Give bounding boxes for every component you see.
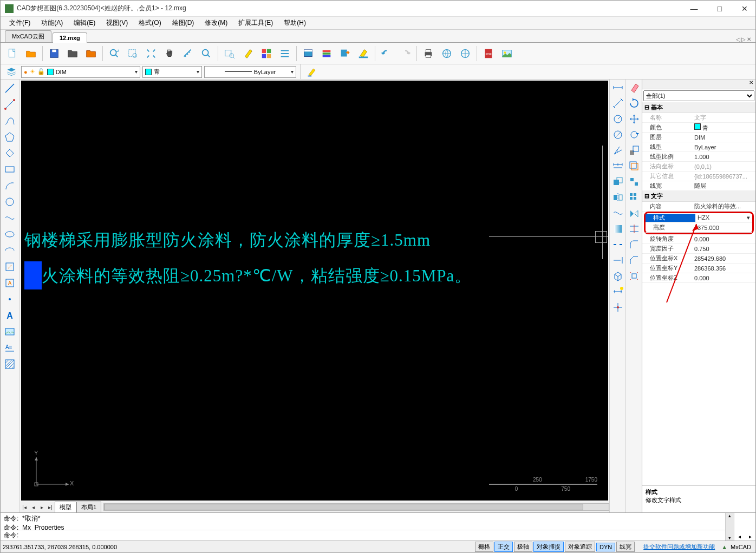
color-bar-button[interactable] [318,45,335,62]
list-button[interactable] [276,45,294,62]
grid-toggle[interactable]: 栅格 [475,542,493,552]
copy-tool[interactable] [611,175,625,189]
dim-diameter[interactable] [611,128,625,142]
pan-button[interactable] [161,45,178,62]
dim-continue[interactable] [611,159,625,173]
view-refresh-button[interactable] [106,45,123,62]
mirror2-tool[interactable] [627,206,641,220]
line-tool[interactable] [2,81,18,96]
menu-modify[interactable]: 修改(M) [200,17,232,29]
open-file-button[interactable] [22,45,40,62]
open-dwg-button[interactable] [82,45,100,62]
mirror-tool[interactable] [611,190,625,205]
menu-draw[interactable]: 绘图(D) [168,17,199,29]
explode-tool[interactable] [627,269,641,283]
color-combo[interactable]: 青 [142,66,202,78]
pdf-button[interactable]: PDF [480,45,497,62]
arc-tool[interactable] [2,178,18,193]
polyline-tool[interactable] [2,113,18,128]
web2-button[interactable] [457,45,474,62]
tab-first-icon[interactable]: |◂ [20,504,29,510]
chamfer-tool[interactable] [627,253,641,267]
text-tool[interactable]: A [2,308,18,323]
dim-style[interactable] [611,285,625,299]
selection-filter[interactable]: 全部(1) [643,90,754,101]
dim-angular[interactable] [611,143,625,157]
window-mode-button[interactable] [299,45,317,62]
drawing-canvas[interactable]: 钢楼梯采用膨胀型防火涂料，防火涂料的厚度≥1.5mm 防火涂料的等效热阻≥0.2… [21,81,608,501]
prop-ltscale[interactable]: 1.000 [692,154,755,160]
close-button[interactable]: ✕ [738,3,751,14]
ellipse-tool[interactable] [2,227,18,242]
minimize-button[interactable]: — [687,3,701,14]
group-text[interactable]: 文字 [642,191,755,202]
undo-button[interactable] [378,45,395,62]
paint-button[interactable] [355,45,372,62]
menu-view[interactable]: 视图(V) [102,17,132,29]
tab-next-icon[interactable]: ▷ [741,36,746,42]
dim-radius[interactable] [611,112,625,126]
web-button[interactable] [438,45,455,62]
prop-lweight[interactable]: 随层 [692,182,755,190]
cmd-nav-left[interactable]: ◂ [738,534,741,539]
tab-next-icon[interactable]: ▸ [37,504,46,510]
center-mark[interactable] [611,300,625,314]
prop-pos-x[interactable]: 285429.680 [692,255,755,262]
menu-edit[interactable]: 编辑(E) [69,17,100,29]
layer-manager-button[interactable] [4,65,19,78]
prop-layer[interactable]: DIM [692,134,755,141]
linetype-combo[interactable]: ByLayer [204,66,296,78]
hatch-tool[interactable] [2,357,18,372]
polygon-tool[interactable] [2,129,18,144]
circle-tool[interactable] [2,194,18,209]
zoom-extents-button[interactable] [142,45,160,62]
array-tool[interactable] [627,190,641,205]
3d-tool[interactable] [611,269,625,283]
match-props-button[interactable] [304,65,320,78]
panel-close-icon[interactable]: ✕ [749,80,753,89]
prop-rotation[interactable]: 0.000 [692,236,755,242]
trim-tool[interactable] [627,222,641,236]
layer-combo[interactable]: ●☀🔓 DIM [21,66,140,78]
prop-linetype[interactable]: ByLayer [692,144,755,150]
feedback-link[interactable]: 提交软件问题或增加新功能 [643,543,715,551]
tab-prev-icon[interactable]: ◁ [736,36,740,42]
lineweight-toggle[interactable]: 线宽 [616,542,635,552]
dim-aligned[interactable] [611,96,625,110]
cmd-scroll-down[interactable]: ▾ [726,535,734,541]
color-grid-button[interactable] [258,45,275,62]
zoom-button[interactable] [198,45,215,62]
measure-button[interactable] [179,45,197,62]
prop-width-factor[interactable]: 0.750 [692,246,755,252]
tab-prev-icon[interactable]: ◂ [29,504,37,510]
prop-content[interactable]: 防火涂料的等效... [692,202,755,210]
open-folder-button[interactable] [64,45,81,62]
command-input[interactable] [23,532,722,539]
tab-doc-active[interactable]: 12.mxg [53,32,87,43]
print-button[interactable] [420,45,437,62]
rotate2-tool[interactable] [627,128,641,142]
tab-cloud[interactable]: MxCAD云图 [5,30,51,42]
image-button[interactable] [498,45,516,62]
new-file-button[interactable] [4,45,21,62]
ortho-toggle[interactable]: 正交 [494,542,513,552]
tab-last-icon[interactable]: ▸| [46,504,55,510]
highlight-button[interactable] [239,45,257,62]
prop-style[interactable]: HZX ▾ [695,214,752,221]
prop-color[interactable]: 青 [692,123,755,132]
extend-tool[interactable] [611,253,625,267]
export-button[interactable] [336,45,354,62]
mtext-tool[interactable]: A≡ [2,340,18,356]
prop-pos-y[interactable]: 286368.356 [692,265,755,272]
spline-tool[interactable] [2,210,18,226]
osnap-toggle[interactable]: 对象捕捉 [533,542,564,552]
find-button[interactable] [221,45,238,62]
menu-help[interactable]: 帮助(H) [279,17,310,29]
spline-edit[interactable] [611,206,625,220]
model-tab[interactable]: 模型 [55,502,76,513]
menu-function[interactable]: 功能(A) [37,17,67,29]
menu-ext[interactable]: 扩展工具(E) [234,17,277,29]
block-tool[interactable]: A [2,275,18,291]
dim-linear[interactable] [611,81,625,95]
zoom-window-button[interactable] [124,45,141,62]
